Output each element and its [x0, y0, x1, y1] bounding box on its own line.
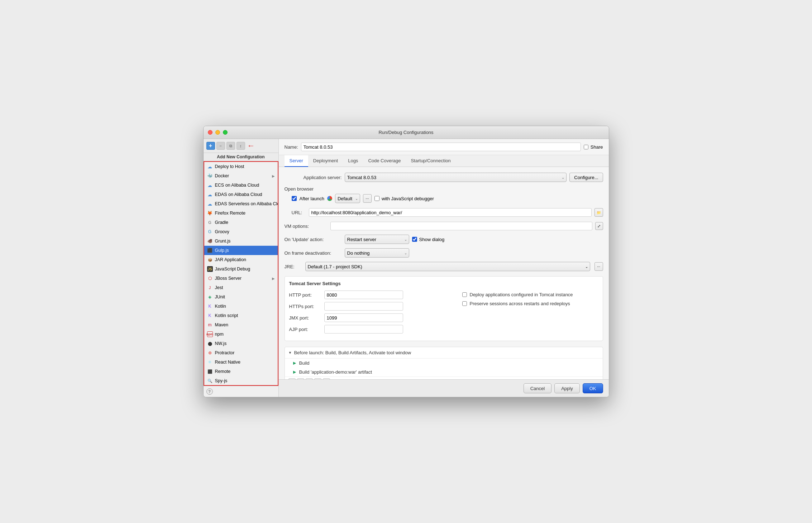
- js-debugger-label: with JavaScript debugger: [374, 196, 434, 201]
- config-name-docker: Docker: [215, 173, 270, 178]
- cloud-icon-edas-serverless: ☁: [207, 201, 213, 207]
- tab-logs[interactable]: Logs: [343, 155, 363, 167]
- config-item-gradle[interactable]: G Gradle: [204, 218, 278, 227]
- config-item-ecs[interactable]: ☁ ECS on Alibaba Cloud: [204, 181, 278, 190]
- help-button[interactable]: ?: [206, 388, 213, 395]
- before-launch-toolbar: + − ✎ ↑ ↓: [285, 376, 603, 379]
- config-item-grunt[interactable]: 🐗 Grunt.js: [204, 236, 278, 246]
- footer: Cancel Apply OK: [279, 379, 609, 397]
- url-browse-button[interactable]: 📁: [594, 208, 603, 217]
- on-frame-select-wrapper: Do nothing: [345, 248, 409, 258]
- app-server-select[interactable]: Tomcat 8.0.53: [345, 173, 567, 182]
- name-label: Name:: [285, 144, 298, 150]
- server-ports-row: HTTP port: HTTPs port: JMX port:: [289, 291, 598, 336]
- tab-code-coverage[interactable]: Code Coverage: [363, 155, 406, 167]
- artifact-icon: ▶: [292, 370, 297, 375]
- config-name-ecs: ECS on Alibaba Cloud: [215, 183, 275, 188]
- config-item-kotlin-script[interactable]: K Kotlin script: [204, 311, 278, 320]
- react-icon: ⚛: [207, 359, 213, 365]
- jmx-port-input[interactable]: [324, 313, 403, 322]
- cancel-button[interactable]: Cancel: [524, 383, 551, 393]
- chevron-right-icon: ▶: [272, 174, 275, 178]
- jre-row: JRE: Default (1.7 - project SDK) ⌄ ···: [285, 262, 603, 271]
- config-item-nw[interactable]: ⬤ NW.js: [204, 339, 278, 348]
- on-update-select[interactable]: Restart server: [345, 235, 409, 244]
- spy-js-icon: 🔍: [207, 378, 213, 384]
- http-port-input[interactable]: [324, 291, 403, 299]
- after-launch-checkbox[interactable]: [292, 196, 297, 201]
- cloud-icon: ☁: [207, 164, 213, 169]
- config-item-jboss[interactable]: ⬡ JBoss Server ▶: [204, 274, 278, 283]
- tab-startup-connection[interactable]: Startup/Connection: [406, 155, 455, 167]
- url-input[interactable]: [309, 208, 592, 217]
- config-item-js-debug[interactable]: JS JavaScript Debug: [204, 264, 278, 274]
- left-panel: + − ⧉ ↕ ← Add New Configuration ☁ Deploy…: [204, 139, 279, 397]
- before-launch-label: Before launch: Build, Build Artifacts, A…: [294, 350, 411, 355]
- config-item-edas[interactable]: ☁ EDAS on Alibaba Cloud: [204, 190, 278, 199]
- jre-more-button[interactable]: ···: [594, 262, 603, 271]
- kotlin-icon: K: [207, 303, 213, 309]
- config-name-npm: npm: [215, 332, 275, 337]
- copy-config-button[interactable]: ⧉: [226, 142, 235, 150]
- browser-select[interactable]: Default: [335, 194, 360, 203]
- ok-button[interactable]: OK: [583, 383, 603, 393]
- config-item-junit[interactable]: ◈ JUnit: [204, 292, 278, 302]
- url-label: URL:: [292, 210, 306, 215]
- app-server-label: Application server:: [285, 175, 342, 180]
- remove-config-button[interactable]: −: [216, 142, 225, 150]
- vm-expand-button[interactable]: ⤢: [595, 222, 603, 230]
- right-panel: Name: Share Server Deployment Logs Code …: [279, 139, 609, 397]
- ajp-port-input[interactable]: [324, 325, 403, 334]
- http-port-label: HTTP port:: [289, 292, 321, 298]
- traffic-lights: [208, 130, 228, 135]
- config-name-js: JavaScript Debug: [215, 267, 275, 272]
- server-checkboxes: Deploy applications configured in Tomcat…: [462, 291, 598, 306]
- minimize-button[interactable]: [215, 130, 220, 135]
- config-item-docker[interactable]: 🐳 Docker ▶: [204, 171, 278, 181]
- nw-icon: ⬤: [207, 341, 213, 346]
- config-item-deploy-to-host[interactable]: ☁ Deploy to Host: [204, 162, 278, 171]
- close-button[interactable]: [208, 130, 212, 135]
- config-item-firefox[interactable]: 🦊 Firefox Remote: [204, 208, 278, 218]
- vm-options-input[interactable]: [330, 222, 592, 230]
- js-debugger-checkbox[interactable]: [374, 196, 379, 201]
- on-frame-deactivation-select[interactable]: Do nothing: [345, 248, 409, 258]
- config-item-protractor[interactable]: ⊕ Protractor: [204, 348, 278, 358]
- junit-icon: ◈: [207, 294, 213, 300]
- gulp-icon: ⬛: [207, 248, 213, 253]
- sort-config-button[interactable]: ↕: [237, 142, 245, 150]
- https-port-input[interactable]: [324, 302, 403, 311]
- deploy-apps-checkbox[interactable]: [462, 292, 467, 297]
- show-dialog-checkbox[interactable]: [412, 237, 417, 242]
- config-name-protractor: Protractor: [215, 350, 275, 355]
- docker-icon: 🐳: [207, 173, 213, 179]
- config-item-npm[interactable]: npm npm: [204, 330, 278, 339]
- name-input[interactable]: [301, 143, 581, 151]
- open-browser-section: Open browser After launch Default ···: [285, 186, 603, 203]
- url-row: URL: 📁: [285, 208, 603, 217]
- configure-button[interactable]: Configure...: [569, 173, 603, 182]
- config-item-gulp[interactable]: ⬛ Gulp.js: [204, 246, 278, 255]
- config-name-jar: JAR Application: [215, 257, 275, 262]
- config-item-spy-js[interactable]: 🔍 Spy-js: [204, 376, 278, 385]
- preserve-sessions-checkbox[interactable]: [462, 301, 467, 306]
- browser-more-button[interactable]: ···: [363, 194, 372, 203]
- config-name-junit: JUnit: [215, 294, 275, 299]
- config-item-jest[interactable]: J Jest: [204, 283, 278, 292]
- config-name-kotlin-script: Kotlin script: [215, 313, 275, 318]
- config-item-groovy[interactable]: G Groovy: [204, 227, 278, 236]
- maximize-button[interactable]: [223, 130, 228, 135]
- config-item-react-native[interactable]: ⚛ React Native: [204, 358, 278, 367]
- jre-select[interactable]: Default (1.7 - project SDK): [305, 262, 590, 271]
- config-item-maven[interactable]: m Maven: [204, 320, 278, 330]
- config-item-edas-serverless[interactable]: ☁ EDAS Serverless on Alibaba Cloud: [204, 199, 278, 208]
- tab-server[interactable]: Server: [285, 155, 308, 167]
- apply-button[interactable]: Apply: [554, 383, 580, 393]
- share-checkbox[interactable]: [584, 145, 588, 149]
- config-item-jar[interactable]: 📦 JAR Application: [204, 255, 278, 264]
- config-item-kotlin[interactable]: K Kotlin: [204, 302, 278, 311]
- add-config-button[interactable]: +: [206, 142, 215, 150]
- tab-deployment[interactable]: Deployment: [308, 155, 343, 167]
- config-item-remote[interactable]: ⬛ Remote: [204, 367, 278, 376]
- chrome-icon: [327, 196, 332, 201]
